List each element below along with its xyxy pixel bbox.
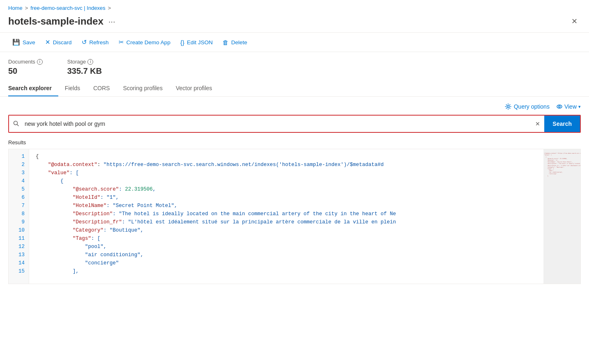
query-options-button[interactable]: Query options bbox=[505, 103, 550, 110]
tab-fields[interactable]: Fields bbox=[58, 81, 87, 96]
results-label: Results bbox=[8, 139, 581, 146]
discard-label: Discard bbox=[53, 39, 72, 46]
edit-json-button[interactable]: {} Edit JSON bbox=[176, 36, 217, 48]
refresh-button[interactable]: ↺ Refresh bbox=[78, 36, 113, 48]
tab-vector-profiles[interactable]: Vector profiles bbox=[169, 81, 219, 96]
minimap-content: {"@odata.context":"https://free-demo-sea… bbox=[543, 149, 580, 180]
results-area: Results 123456789101112131415 { "@odata.… bbox=[0, 139, 589, 284]
view-label: View bbox=[564, 103, 577, 110]
svg-point-2 bbox=[559, 106, 560, 107]
documents-label: Documents bbox=[8, 59, 35, 65]
save-icon: 💾 bbox=[12, 39, 20, 46]
tab-search-explorer[interactable]: Search explorer bbox=[8, 81, 58, 96]
save-label: Save bbox=[23, 39, 35, 46]
line-numbers: 123456789101112131415 bbox=[9, 149, 29, 284]
delete-label: Delete bbox=[231, 39, 247, 46]
storage-value: 335.7 KB bbox=[67, 66, 102, 76]
search-clear-button[interactable]: ✕ bbox=[531, 116, 544, 131]
breadcrumb: Home > free-demo-search-svc | Indexes > bbox=[0, 0, 589, 14]
page-title: hotels-sample-index bbox=[8, 16, 103, 27]
breadcrumb-service[interactable]: free-demo-search-svc | Indexes bbox=[30, 5, 105, 11]
create-demo-button[interactable]: ✂ Create Demo App bbox=[115, 36, 174, 48]
tab-scoring-profiles[interactable]: Scoring profiles bbox=[117, 81, 170, 96]
tab-cors[interactable]: CORS bbox=[87, 81, 116, 96]
page-more-options[interactable]: ··· bbox=[108, 17, 115, 26]
stats-row: Documents i 50 Storage i 335.7 KB bbox=[0, 52, 589, 81]
svg-point-0 bbox=[507, 106, 509, 108]
code-view: 123456789101112131415 { "@odata.context"… bbox=[8, 149, 581, 284]
view-button[interactable]: View ▾ bbox=[556, 103, 581, 110]
demo-icon: ✂ bbox=[119, 39, 124, 46]
json-icon: {} bbox=[180, 39, 184, 46]
documents-info-icon[interactable]: i bbox=[37, 59, 43, 65]
search-submit-button[interactable]: Search bbox=[544, 116, 580, 132]
svg-point-1 bbox=[557, 105, 562, 108]
storage-stat: Storage i 335.7 KB bbox=[67, 59, 102, 76]
minimap: {"@odata.context":"https://free-demo-sea… bbox=[543, 149, 580, 284]
save-button[interactable]: 💾 Save bbox=[8, 36, 39, 48]
search-input[interactable] bbox=[23, 116, 531, 131]
query-options-label: Query options bbox=[514, 103, 550, 110]
documents-value: 50 bbox=[8, 66, 43, 76]
refresh-label: Refresh bbox=[89, 39, 109, 46]
search-area: Query options View ▾ ✕ Search bbox=[0, 97, 589, 139]
close-button[interactable]: ✕ bbox=[568, 15, 581, 27]
svg-line-4 bbox=[17, 124, 19, 126]
search-magnifier-icon bbox=[9, 116, 23, 132]
delete-icon: 🗑 bbox=[222, 39, 229, 46]
chevron-down-icon: ▾ bbox=[578, 104, 581, 109]
refresh-icon: ↺ bbox=[82, 39, 87, 46]
delete-button[interactable]: 🗑 Delete bbox=[218, 36, 251, 48]
code-content[interactable]: { "@odata.context": "https://free-demo-s… bbox=[29, 149, 543, 284]
search-options-row: Query options View ▾ bbox=[8, 103, 581, 110]
storage-info-icon[interactable]: i bbox=[87, 59, 93, 65]
documents-stat: Documents i 50 bbox=[8, 59, 43, 76]
toolbar: 💾 Save ✕ Discard ↺ Refresh ✂ Create Demo… bbox=[0, 32, 589, 52]
discard-icon: ✕ bbox=[45, 39, 50, 46]
eye-icon bbox=[556, 103, 563, 110]
gear-icon bbox=[505, 103, 511, 110]
edit-json-label: Edit JSON bbox=[187, 39, 213, 46]
page-header: hotels-sample-index ··· ✕ bbox=[0, 14, 589, 32]
discard-button[interactable]: ✕ Discard bbox=[41, 36, 76, 48]
breadcrumb-sep2: > bbox=[108, 5, 111, 11]
storage-label: Storage bbox=[67, 59, 86, 65]
create-demo-label: Create Demo App bbox=[126, 39, 170, 46]
breadcrumb-sep1: > bbox=[25, 5, 28, 11]
search-bar: ✕ Search bbox=[8, 115, 581, 133]
tabs: Search explorer Fields CORS Scoring prof… bbox=[0, 81, 589, 97]
breadcrumb-home[interactable]: Home bbox=[8, 5, 23, 11]
